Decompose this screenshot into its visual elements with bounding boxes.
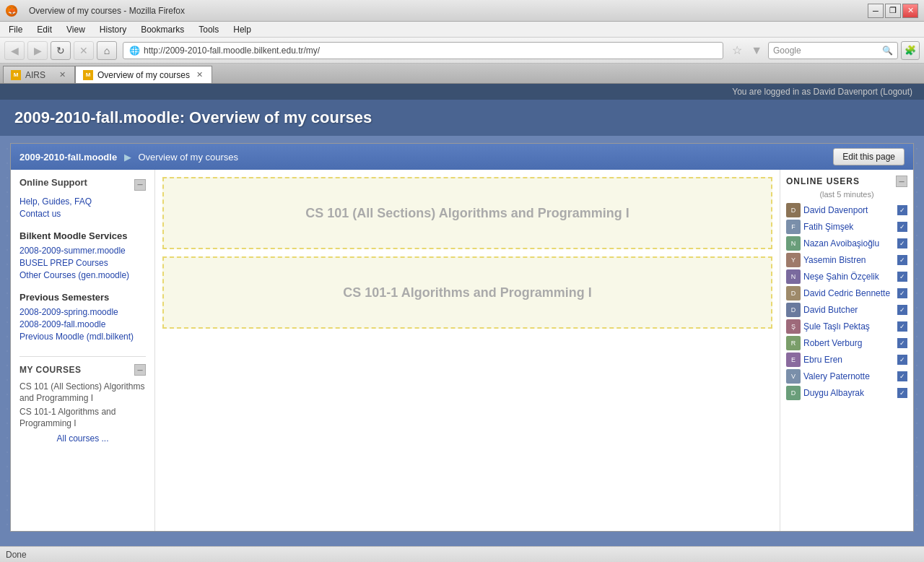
back-button[interactable]: ◀ <box>4 41 25 60</box>
all-courses-link[interactable]: All courses ... <box>19 433 146 444</box>
online-support-title: Online Support <box>19 177 87 188</box>
user-row: VValery Paternotte✓ <box>786 369 907 384</box>
user-name[interactable]: Robert Verburg <box>803 338 894 348</box>
sidebar-summer-link[interactable]: 2008-2009-summer.moodle <box>19 246 146 256</box>
user-avatar: F <box>786 220 801 234</box>
sidebar-fall08-link[interactable]: 2008-2009-fall.moodle <box>19 319 146 329</box>
my-course-1[interactable]: CS 101 (All Sections) Algorithms and Pro… <box>19 381 146 404</box>
user-row: RRobert Verburg✓ <box>786 336 907 350</box>
user-name[interactable]: Fatih Şimşek <box>803 222 894 232</box>
user-row: NNazan Avoibaşioğlu✓ <box>786 236 907 251</box>
menu-file[interactable]: File <box>3 23 28 36</box>
close-button[interactable]: ✕ <box>902 4 918 18</box>
sidebar-contact-link[interactable]: Contact us <box>19 209 146 219</box>
user-avatar: D <box>786 286 801 301</box>
user-message-icon[interactable]: ✓ <box>897 321 907 332</box>
edit-page-button[interactable]: Edit this page <box>833 148 905 165</box>
sidebar-busel-link[interactable]: BUSEL PREP Courses <box>19 258 146 268</box>
tab-overview-label: Overview of my courses <box>97 70 190 80</box>
online-users-title: ONLINE USERS <box>786 176 860 186</box>
menu-help[interactable]: Help <box>227 23 257 36</box>
browser-title: Overview of my courses - Mozilla Firefox <box>29 6 185 16</box>
address-bar[interactable]: 🌐 http://2009-2010-fall.moodle.bilkent.e… <box>123 42 723 59</box>
user-message-icon[interactable]: ✓ <box>897 222 907 232</box>
forward-button[interactable]: ▶ <box>27 41 48 60</box>
user-name[interactable]: Nazan Avoibaşioğlu <box>803 238 894 248</box>
online-support-header: Online Support ─ <box>19 177 146 192</box>
logged-in-text: You are logged in as David Davenport (Lo… <box>732 87 912 97</box>
online-last-min: (last 5 minutes) <box>786 190 907 199</box>
my-courses-collapse[interactable]: ─ <box>134 364 146 376</box>
sidebar-online-support: Online Support ─ Help, Guides, FAQ Conta… <box>19 177 146 219</box>
user-row: DDavid Davenport✓ <box>786 203 907 217</box>
search-bar[interactable]: Google 🔍 <box>768 42 898 59</box>
user-row: YYasemin Bistren✓ <box>786 253 907 267</box>
course-block-1[interactable]: CS 101-1 Algorithms and Programming I <box>162 256 772 329</box>
user-message-icon[interactable]: ✓ <box>897 388 907 398</box>
menu-bookmarks[interactable]: Bookmarks <box>135 23 190 36</box>
sidebar-spring09-link[interactable]: 2008-2009-spring.moodle <box>19 307 146 317</box>
my-course-2[interactable]: CS 101-1 Algorithms and Programming I <box>19 407 146 429</box>
user-name[interactable]: David Davenport <box>803 205 894 215</box>
user-message-icon[interactable]: ✓ <box>897 288 907 298</box>
menu-view[interactable]: View <box>61 23 91 36</box>
user-message-icon[interactable]: ✓ <box>897 238 907 248</box>
user-name[interactable]: Duygu Albayrak <box>803 388 894 398</box>
my-courses-block: MY COURSES ─ CS 101 (All Sections) Algor… <box>19 356 146 444</box>
menu-tools[interactable]: Tools <box>193 23 225 36</box>
user-name[interactable]: David Butcher <box>803 305 894 315</box>
user-row: DDavid Cedric Bennette✓ <box>786 286 907 301</box>
status-bar: Done <box>0 546 924 562</box>
user-message-icon[interactable]: ✓ <box>897 255 907 265</box>
tabs-bar: M AIRS ✕ M Overview of my courses ✕ <box>0 64 924 84</box>
user-name[interactable]: Ebru Eren <box>803 355 894 365</box>
user-name[interactable]: Şule Taşlı Pektaş <box>803 321 894 332</box>
user-name[interactable]: Valery Paternotte <box>803 371 894 381</box>
user-avatar: N <box>786 269 801 284</box>
user-message-icon[interactable]: ✓ <box>897 371 907 381</box>
tab-overview[interactable]: M Overview of my courses ✕ <box>75 66 212 83</box>
home-button[interactable]: ⌂ <box>97 41 117 60</box>
user-message-icon[interactable]: ✓ <box>897 338 907 348</box>
bookmark-star[interactable]: ☆ <box>729 43 745 57</box>
main-container: 2009-2010-fall.moodle ▶ Overview of my c… <box>10 143 914 532</box>
sidebar-help-link[interactable]: Help, Guides, FAQ <box>19 196 146 207</box>
sidebar-prev-moodle-link[interactable]: Previous Moodle (mdl.bilkent) <box>19 332 146 342</box>
breadcrumb: 2009-2010-fall.moodle ▶ Overview of my c… <box>19 152 238 163</box>
menu-edit[interactable]: Edit <box>31 23 58 36</box>
restore-button[interactable]: ❐ <box>885 4 901 18</box>
breadcrumb-home[interactable]: 2009-2010-fall.moodle <box>19 152 117 163</box>
tab-airs-close[interactable]: ✕ <box>57 70 67 80</box>
user-row: FFatih Şimşek✓ <box>786 220 907 234</box>
window-controls: ─ ❐ ✕ <box>868 4 918 18</box>
user-row: DDuygu Albayrak✓ <box>786 386 907 400</box>
user-row: DDavid Butcher✓ <box>786 303 907 317</box>
user-message-icon[interactable]: ✓ <box>897 205 907 215</box>
user-message-icon[interactable]: ✓ <box>897 305 907 315</box>
minimize-button[interactable]: ─ <box>868 4 884 18</box>
tab-overview-icon: M <box>83 70 93 80</box>
online-support-collapse[interactable]: ─ <box>134 179 146 191</box>
tab-airs[interactable]: M AIRS ✕ <box>3 66 75 83</box>
user-name[interactable]: Yasemin Bistren <box>803 255 894 265</box>
addon-button[interactable]: 🧩 <box>901 41 920 60</box>
my-courses-title: MY COURSES <box>19 365 81 375</box>
stop-button[interactable]: ✕ <box>74 41 94 60</box>
user-avatar: V <box>786 369 801 384</box>
user-avatar: Y <box>786 253 801 267</box>
page-title-bar: 2009-2010-fall.moodle: Overview of my co… <box>0 100 924 136</box>
user-name[interactable]: David Cedric Bennette <box>803 288 894 298</box>
user-row: ŞŞule Taşlı Pektaş✓ <box>786 319 907 334</box>
user-row: NNeşe Şahin Özçelik✓ <box>786 269 907 284</box>
user-message-icon[interactable]: ✓ <box>897 355 907 365</box>
sidebar-other-link[interactable]: Other Courses (gen.moodle) <box>19 270 146 280</box>
online-users-collapse[interactable]: ─ <box>896 176 907 187</box>
reload-button[interactable]: ↻ <box>51 41 71 60</box>
course-block-0[interactable]: CS 101 (All Sections) Algorithms and Pro… <box>162 177 772 249</box>
menu-history[interactable]: History <box>94 23 132 36</box>
user-name[interactable]: Neşe Şahin Özçelik <box>803 272 894 282</box>
user-message-icon[interactable]: ✓ <box>897 272 907 282</box>
tab-overview-close[interactable]: ✕ <box>194 70 204 80</box>
bookmark-star2[interactable]: ▼ <box>748 44 765 57</box>
search-icon: 🔍 <box>882 46 893 56</box>
